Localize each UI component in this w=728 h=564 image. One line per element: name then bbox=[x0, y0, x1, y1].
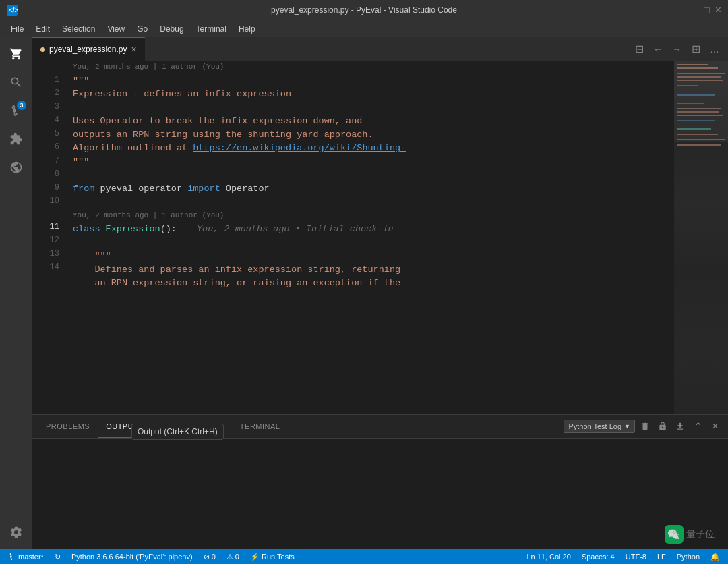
status-spaces[interactable]: Spaces: 4 bbox=[579, 549, 617, 564]
split-editor-btn[interactable]: ⊟ bbox=[631, 41, 647, 57]
activity-source-control[interactable]: 3 bbox=[5, 99, 28, 122]
menu-terminal[interactable]: Terminal bbox=[191, 23, 232, 35]
menu-help[interactable]: Help bbox=[233, 23, 261, 35]
panel-tab-output[interactable]: OUTPUT bbox=[98, 415, 146, 438]
line-num-5: 5 bbox=[32, 127, 59, 140]
code-line-1: """ bbox=[73, 74, 674, 88]
titlebar: </> pyeval_expression.py - PyEval - Visu… bbox=[0, 0, 728, 20]
panel: PROBLEMS OUTPUT DEBUG CONSOLE TERMINAL P… bbox=[32, 414, 728, 549]
status-branch[interactable]: master* bbox=[5, 549, 47, 564]
titlebar-left: </> bbox=[7, 5, 18, 16]
minimize-btn[interactable]: — bbox=[689, 5, 698, 16]
activity-remote[interactable] bbox=[5, 156, 28, 179]
code-line-14: Defines and parses an infix expression s… bbox=[73, 263, 674, 277]
editor-area: pyeval_expression.py × ⊟ ← → ⊞ … 1 2 3 4… bbox=[32, 37, 728, 549]
line-numbers: 1 2 3 4 5 6 7 8 9 10 11 12 13 14 bbox=[32, 61, 66, 414]
line-num-2: 2 bbox=[32, 86, 59, 100]
wechat-logo bbox=[665, 525, 684, 544]
panel-tabs: PROBLEMS OUTPUT DEBUG CONSOLE TERMINAL P… bbox=[32, 415, 728, 439]
dropdown-arrow-icon: ▼ bbox=[624, 423, 630, 430]
warning-count: ⚠ 0 bbox=[226, 553, 239, 561]
clear-output-btn[interactable] bbox=[638, 419, 653, 434]
tab-filename: pyeval_expression.py bbox=[49, 45, 127, 54]
output-channel-dropdown[interactable]: Python Test Log ▼ bbox=[564, 420, 635, 433]
code-line-11: class Expression (): You, 2 months ago •… bbox=[73, 223, 674, 236]
activity-extensions[interactable] bbox=[5, 128, 28, 150]
editor-tab[interactable]: pyeval_expression.py × bbox=[32, 37, 145, 61]
cursor-position: Ln 11, Col 20 bbox=[526, 553, 570, 561]
python-version: Python 3.6.6 64-bit ('PyEval': pipenv) bbox=[71, 553, 193, 561]
status-line-ending[interactable]: LF bbox=[655, 549, 669, 564]
file-dot bbox=[40, 47, 45, 52]
maximize-panel-btn[interactable]: ⌃ bbox=[690, 419, 705, 434]
status-run-tests[interactable]: ⚡ Run Tests bbox=[247, 549, 297, 564]
blame-annotation-1: You, 2 months ago | 1 author (You) bbox=[73, 61, 674, 73]
activitybar: 3 bbox=[0, 37, 32, 549]
editor-layout-btn[interactable]: ⊞ bbox=[688, 41, 704, 57]
status-errors[interactable]: ⊘ 0 bbox=[201, 549, 218, 564]
menu-file[interactable]: File bbox=[5, 23, 29, 35]
line-num-11: 11 bbox=[32, 220, 59, 233]
navigate-back-btn[interactable]: ← bbox=[650, 41, 666, 57]
status-position[interactable]: Ln 11, Col 20 bbox=[524, 549, 573, 564]
panel-actions: Python Test Log ▼ ⌃ × bbox=[564, 419, 723, 434]
status-notifications[interactable]: 🔔 bbox=[708, 549, 723, 564]
vscode-icon: </> bbox=[7, 5, 18, 16]
run-tests-label: ⚡ Run Tests bbox=[250, 553, 295, 561]
status-language[interactable]: Python bbox=[674, 549, 702, 564]
more-actions-btn[interactable]: … bbox=[706, 41, 723, 57]
activity-search[interactable] bbox=[5, 71, 28, 94]
code-line-3 bbox=[73, 101, 674, 115]
menu-view[interactable]: View bbox=[102, 23, 130, 35]
code-line-15: an RPN expression string, or raising an … bbox=[73, 277, 674, 290]
statusbar: master* ↻ Python 3.6.6 64-bit ('PyEval':… bbox=[0, 549, 728, 564]
status-sync[interactable]: ↻ bbox=[52, 549, 63, 564]
window-controls[interactable]: — □ × bbox=[689, 4, 721, 16]
line-num-7: 7 bbox=[32, 154, 59, 167]
line-num-13: 13 bbox=[32, 247, 59, 260]
menu-selection[interactable]: Selection bbox=[57, 23, 100, 35]
watermark-text: 量子位 bbox=[686, 528, 715, 540]
branch-name: master* bbox=[18, 553, 44, 561]
open-output-btn[interactable] bbox=[673, 419, 688, 434]
tabbar: pyeval_expression.py × ⊟ ← → ⊞ … bbox=[32, 37, 728, 61]
code-line-9: from pyeval_operator import Operator bbox=[73, 182, 674, 196]
error-count: ⊘ 0 bbox=[204, 553, 216, 561]
line-num-8: 8 bbox=[32, 167, 59, 181]
menu-go[interactable]: Go bbox=[131, 23, 153, 35]
tab-actions: ⊟ ← → ⊞ … bbox=[631, 37, 728, 61]
code-line-13: """ bbox=[73, 250, 674, 263]
code-line-8 bbox=[73, 169, 674, 182]
panel-tab-terminal[interactable]: TERMINAL bbox=[232, 415, 289, 438]
watermark: 量子位 bbox=[665, 525, 715, 544]
status-encoding[interactable]: UTF-8 bbox=[623, 549, 649, 564]
minimap bbox=[674, 61, 728, 414]
menubar: File Edit Selection View Go Debug Termin… bbox=[0, 20, 728, 37]
activity-explorer[interactable] bbox=[5, 43, 28, 65]
panel-content bbox=[32, 439, 728, 549]
code-editor[interactable]: 1 2 3 4 5 6 7 8 9 10 11 12 13 14 You, 2 … bbox=[32, 61, 728, 414]
maximize-btn[interactable]: □ bbox=[704, 5, 709, 16]
tab-close-btn[interactable]: × bbox=[131, 44, 136, 55]
svg-rect-17 bbox=[677, 144, 721, 146]
close-btn[interactable]: × bbox=[715, 4, 721, 16]
code-line-6: Algorithm outlined at https://en.wikiped… bbox=[73, 142, 674, 155]
code-line-2: Expression - defines an infix expression bbox=[73, 88, 674, 101]
status-warnings[interactable]: ⚠ 0 bbox=[224, 549, 242, 564]
panel-tab-problems[interactable]: PROBLEMS bbox=[38, 415, 98, 438]
close-panel-btn[interactable]: × bbox=[708, 419, 723, 434]
status-python[interactable]: Python 3.6.6 64-bit ('PyEval': pipenv) bbox=[69, 549, 195, 564]
lock-scroll-btn[interactable] bbox=[655, 419, 670, 434]
line-num-12: 12 bbox=[32, 233, 59, 247]
line-num-14: 14 bbox=[32, 260, 59, 274]
activity-settings[interactable] bbox=[5, 521, 28, 544]
menu-debug[interactable]: Debug bbox=[154, 23, 189, 35]
menu-edit[interactable]: Edit bbox=[30, 23, 55, 35]
line-num-6: 6 bbox=[32, 140, 59, 154]
panel-tab-debug-console[interactable]: DEBUG CONSOLE bbox=[146, 415, 231, 438]
line-num-3: 3 bbox=[32, 100, 59, 113]
navigate-forward-btn[interactable]: → bbox=[669, 41, 685, 57]
line-num-1: 1 bbox=[32, 73, 59, 86]
main-layout: 3 pyeval_expression.py × ⊟ ← → ⊞ bbox=[0, 37, 728, 549]
code-line-12 bbox=[73, 236, 674, 250]
